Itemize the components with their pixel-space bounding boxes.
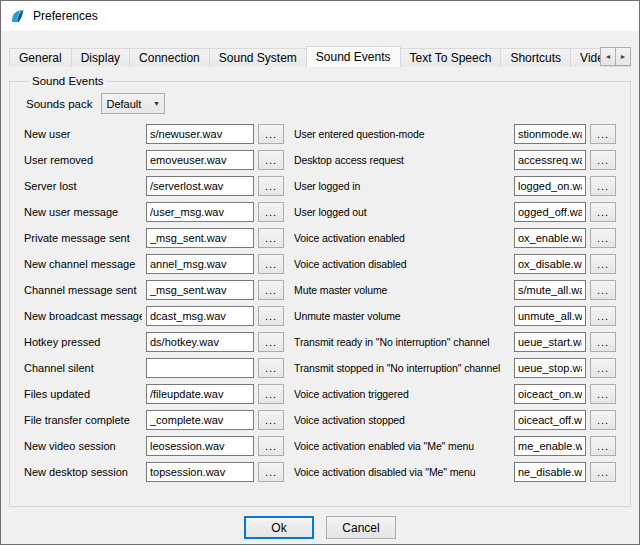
- browse-button[interactable]: ...: [258, 410, 284, 430]
- browse-button[interactable]: ...: [590, 228, 616, 248]
- tab-scroll-left-button[interactable]: ◄: [600, 47, 616, 66]
- sound-event-row: New user message...: [24, 202, 284, 222]
- sound-file-input[interactable]: [146, 176, 254, 196]
- browse-button[interactable]: ...: [590, 150, 616, 170]
- browse-button[interactable]: ...: [258, 280, 284, 300]
- arrow-right-icon: ►: [620, 53, 627, 60]
- browse-button[interactable]: ...: [590, 306, 616, 326]
- sound-file-input[interactable]: [514, 306, 586, 326]
- sound-event-label: User entered question-mode: [294, 128, 510, 140]
- browse-button[interactable]: ...: [590, 124, 616, 144]
- browse-button[interactable]: ...: [590, 384, 616, 404]
- titlebar: Preferences: [1, 1, 639, 31]
- sound-event-label: New user message: [24, 206, 142, 218]
- tab-general[interactable]: General: [9, 48, 72, 67]
- sound-event-row: Voice activation disabled via "Me" menu.…: [294, 462, 616, 482]
- sound-file-input[interactable]: [514, 150, 586, 170]
- sound-event-row: Unmute master volume...: [294, 306, 616, 326]
- arrow-left-icon: ◄: [605, 53, 612, 60]
- sound-event-label: Private message sent: [24, 232, 142, 244]
- browse-button[interactable]: ...: [590, 436, 616, 456]
- window-title: Preferences: [33, 9, 98, 23]
- tab-text-to-speech[interactable]: Text To Speech: [400, 48, 502, 67]
- sound-file-input[interactable]: [514, 124, 586, 144]
- browse-button[interactable]: ...: [258, 358, 284, 378]
- sound-file-input[interactable]: [514, 202, 586, 222]
- sound-file-input[interactable]: [514, 384, 586, 404]
- sound-event-label: Server lost: [24, 180, 142, 192]
- browse-button[interactable]: ...: [590, 358, 616, 378]
- sound-file-input[interactable]: [514, 462, 586, 482]
- sound-file-input[interactable]: [146, 436, 254, 456]
- sound-file-input[interactable]: [514, 176, 586, 196]
- sound-event-label: Desktop access request: [294, 154, 510, 166]
- sound-event-label: Voice activation disabled via "Me" menu: [294, 466, 510, 478]
- sound-file-input[interactable]: [146, 124, 254, 144]
- browse-button[interactable]: ...: [590, 410, 616, 430]
- tab-shortcuts[interactable]: Shortcuts: [500, 48, 571, 67]
- browse-button[interactable]: ...: [590, 176, 616, 196]
- sound-event-row: Files updated...: [24, 384, 284, 404]
- group-title: Sound Events: [29, 75, 107, 87]
- sound-event-label: Voice activation triggered: [294, 388, 510, 400]
- browse-button[interactable]: ...: [258, 436, 284, 456]
- tab-scroller: ◄ ►: [600, 47, 631, 66]
- tab-sound-events[interactable]: Sound Events: [306, 46, 401, 67]
- cancel-button[interactable]: Cancel: [326, 516, 396, 539]
- sound-file-input[interactable]: [514, 254, 586, 274]
- browse-button[interactable]: ...: [590, 254, 616, 274]
- sound-file-input[interactable]: [146, 332, 254, 352]
- sound-file-input[interactable]: [146, 150, 254, 170]
- browse-button[interactable]: ...: [258, 176, 284, 196]
- sound-file-input[interactable]: [146, 202, 254, 222]
- sound-file-input[interactable]: [146, 410, 254, 430]
- sound-event-label: File transfer complete: [24, 414, 142, 426]
- sound-file-input[interactable]: [146, 306, 254, 326]
- sound-file-input[interactable]: [514, 332, 586, 352]
- sound-file-input[interactable]: [146, 228, 254, 248]
- ok-button[interactable]: Ok: [244, 516, 314, 539]
- sound-event-row: User removed...: [24, 150, 284, 170]
- sound-file-input[interactable]: [146, 358, 254, 378]
- sound-events-group: Sound Events Sounds pack Default ▾ New u…: [9, 75, 631, 507]
- browse-button[interactable]: ...: [258, 254, 284, 274]
- browse-button[interactable]: ...: [590, 462, 616, 482]
- browse-button[interactable]: ...: [590, 202, 616, 222]
- sound-event-row: New video session...: [24, 436, 284, 456]
- sound-file-input[interactable]: [514, 228, 586, 248]
- browse-button[interactable]: ...: [258, 150, 284, 170]
- sound-file-input[interactable]: [146, 384, 254, 404]
- sound-events-columns: New user...User removed...Server lost...…: [24, 124, 616, 488]
- sound-event-label: User logged in: [294, 180, 510, 192]
- tab-display[interactable]: Display: [71, 48, 130, 67]
- sound-event-label: Channel message sent: [24, 284, 142, 296]
- tab-sound-system[interactable]: Sound System: [209, 48, 307, 67]
- sound-file-input[interactable]: [146, 280, 254, 300]
- sound-events-column-left: New user...User removed...Server lost...…: [24, 124, 284, 488]
- dialog-content: GeneralDisplayConnectionSound SystemSoun…: [1, 31, 639, 545]
- sounds-pack-select[interactable]: Default ▾: [101, 93, 165, 114]
- sound-event-label: New broadcast message: [24, 310, 142, 322]
- sound-file-input[interactable]: [146, 462, 254, 482]
- browse-button[interactable]: ...: [258, 384, 284, 404]
- sound-file-input[interactable]: [514, 358, 586, 378]
- browse-button[interactable]: ...: [258, 306, 284, 326]
- browse-button[interactable]: ...: [258, 462, 284, 482]
- sound-event-label: User removed: [24, 154, 142, 166]
- sound-event-label: Mute master volume: [294, 284, 510, 296]
- sound-event-row: Voice activation disabled...: [294, 254, 616, 274]
- sound-file-input[interactable]: [514, 436, 586, 456]
- sound-file-input[interactable]: [146, 254, 254, 274]
- preferences-dialog: Preferences GeneralDisplayConnectionSoun…: [0, 0, 640, 545]
- browse-button[interactable]: ...: [258, 332, 284, 352]
- tab-scroll-right-button[interactable]: ►: [615, 47, 631, 66]
- sound-events-column-right: User entered question-mode...Desktop acc…: [294, 124, 616, 488]
- browse-button[interactable]: ...: [258, 228, 284, 248]
- sound-file-input[interactable]: [514, 280, 586, 300]
- sound-file-input[interactable]: [514, 410, 586, 430]
- tab-connection[interactable]: Connection: [129, 48, 210, 67]
- browse-button[interactable]: ...: [590, 332, 616, 352]
- browse-button[interactable]: ...: [590, 280, 616, 300]
- browse-button[interactable]: ...: [258, 202, 284, 222]
- browse-button[interactable]: ...: [258, 124, 284, 144]
